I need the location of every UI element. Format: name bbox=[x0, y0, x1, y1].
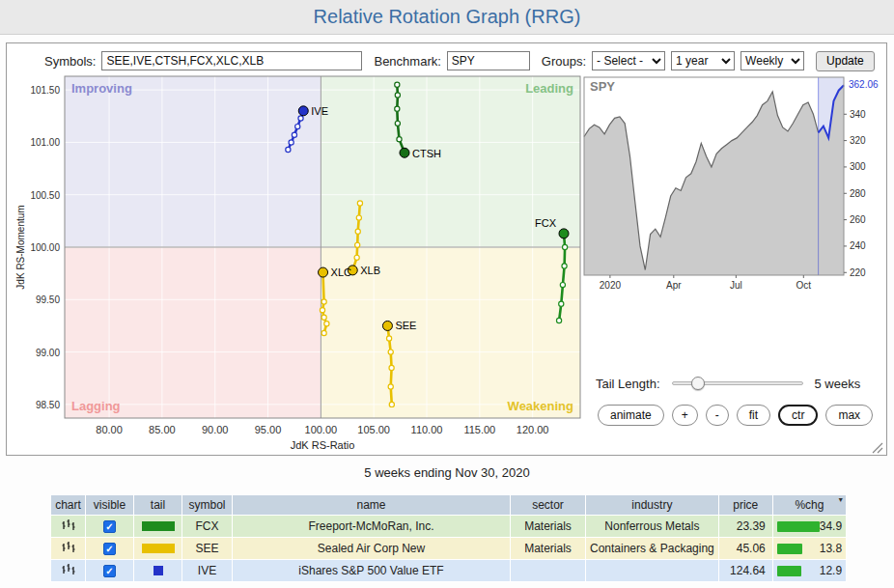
period-select[interactable]: 1 year bbox=[671, 51, 735, 70]
visible-checkbox[interactable]: ✓ bbox=[103, 543, 116, 555]
update-button[interactable]: Update bbox=[816, 51, 875, 71]
pctchg-cell: 13.8 bbox=[772, 538, 846, 560]
animate-button[interactable]: animate bbox=[598, 405, 664, 426]
tail-cell bbox=[134, 516, 182, 538]
sector-cell: Materials bbox=[511, 538, 586, 560]
column-header-price[interactable]: price bbox=[718, 495, 772, 516]
benchmark-chart: 2202402602803003203402020AprJulOctSPY362… bbox=[583, 72, 880, 296]
svg-text:100.50: 100.50 bbox=[30, 190, 60, 201]
benchmark-input[interactable] bbox=[447, 51, 530, 70]
toolbar: Symbols: Benchmark: Groups: - Select - 1… bbox=[7, 50, 886, 71]
svg-text:105.00: 105.00 bbox=[357, 424, 390, 435]
visible-checkbox[interactable]: ✓ bbox=[103, 565, 116, 577]
rrg-chart[interactable]: 80.0085.0090.0095.00100.00105.00110.0011… bbox=[14, 70, 586, 455]
industry-cell bbox=[586, 560, 719, 582]
ctr-button[interactable]: ctr bbox=[778, 405, 818, 426]
pctchg-value: 12.9 bbox=[820, 564, 842, 577]
column-header-name[interactable]: name bbox=[233, 495, 511, 516]
column-header-chart[interactable]: chart bbox=[51, 495, 86, 516]
svg-text:101.00: 101.00 bbox=[30, 137, 60, 148]
svg-text:101.50: 101.50 bbox=[30, 85, 60, 96]
name-cell: Freeport-McMoRan, Inc. bbox=[233, 516, 511, 538]
svg-text:95.00: 95.00 bbox=[255, 424, 282, 435]
resize-grip-icon bbox=[872, 442, 883, 454]
date-range-caption: 5 weeks ending Nov 30, 2020 bbox=[0, 465, 894, 480]
svg-text:JdK RS-Momentum: JdK RS-Momentum bbox=[15, 205, 26, 289]
zoom-out-button[interactable]: - bbox=[706, 405, 729, 426]
tail-color-swatch bbox=[142, 544, 175, 553]
svg-text:220: 220 bbox=[850, 267, 866, 278]
symbols-label: Symbols: bbox=[44, 54, 96, 69]
symbol-cell: FCX bbox=[182, 516, 233, 538]
symbol-cell: SEE bbox=[182, 538, 233, 560]
column-header-sector[interactable]: sector bbox=[511, 495, 586, 516]
visible-checkbox[interactable]: ✓ bbox=[103, 520, 116, 533]
pctchg-value: 34.9 bbox=[820, 519, 842, 533]
frequency-select[interactable]: Weekly bbox=[740, 51, 804, 70]
svg-text:240: 240 bbox=[850, 240, 866, 251]
industry-cell: Nonferrous Metals bbox=[586, 516, 719, 538]
svg-text:340: 340 bbox=[850, 109, 866, 120]
max-button[interactable]: max bbox=[825, 405, 873, 426]
tail-color-swatch bbox=[142, 521, 175, 531]
visible-cell: ✓ bbox=[86, 516, 134, 538]
chart-icon-cell[interactable] bbox=[51, 538, 86, 560]
column-header-pctchg[interactable]: %chg▼ bbox=[772, 495, 846, 516]
tail-length-label: Tail Length: bbox=[596, 377, 660, 391]
tail-cell bbox=[134, 538, 182, 560]
svg-text:90.00: 90.00 bbox=[202, 424, 229, 435]
svg-text:120.00: 120.00 bbox=[517, 424, 549, 435]
tail-length-slider[interactable] bbox=[672, 376, 803, 391]
mini-price-chart-icon bbox=[61, 563, 76, 575]
groups-select[interactable]: - Select - bbox=[592, 51, 665, 70]
svg-text:Oct: Oct bbox=[796, 280, 812, 291]
svg-text:2020: 2020 bbox=[600, 280, 622, 291]
mini-price-chart-icon bbox=[61, 518, 76, 531]
svg-text:110.00: 110.00 bbox=[411, 424, 443, 435]
chart-icon-cell[interactable] bbox=[51, 560, 86, 582]
svg-text:XLC: XLC bbox=[331, 266, 351, 278]
slider-thumb[interactable] bbox=[691, 377, 705, 390]
column-header-visible[interactable]: visible bbox=[86, 495, 134, 516]
svg-text:98.50: 98.50 bbox=[36, 400, 60, 410]
svg-text:99.50: 99.50 bbox=[36, 294, 60, 305]
resize-handle[interactable] bbox=[872, 440, 883, 452]
price-cell: 124.64 bbox=[718, 560, 772, 582]
sort-descending-icon: ▼ bbox=[837, 496, 844, 503]
svg-text:115.00: 115.00 bbox=[463, 424, 495, 435]
svg-text:320: 320 bbox=[850, 135, 866, 146]
main-panel: Symbols: Benchmark: Groups: - Select - 1… bbox=[6, 42, 887, 456]
mini-price-chart-icon bbox=[61, 541, 76, 553]
visible-cell: ✓ bbox=[86, 538, 134, 560]
svg-text:XLB: XLB bbox=[360, 265, 380, 276]
table-row-IVE[interactable]: ✓IVEiShares S&P 500 Value ETF124.6412.9 bbox=[51, 560, 847, 582]
svg-text:IVE: IVE bbox=[311, 105, 328, 117]
zoom-in-button[interactable]: + bbox=[672, 405, 698, 426]
symbols-input[interactable] bbox=[101, 51, 362, 70]
column-header-tail[interactable]: tail bbox=[134, 495, 182, 516]
industry-cell: Containers & Packaging bbox=[586, 538, 719, 560]
pctchg-bar bbox=[777, 566, 801, 576]
svg-text:SEE: SEE bbox=[395, 320, 416, 331]
price-cell: 45.06 bbox=[718, 538, 772, 560]
svg-text:80.00: 80.00 bbox=[96, 424, 123, 435]
sector-cell bbox=[511, 560, 586, 582]
svg-text:260: 260 bbox=[850, 214, 866, 225]
svg-text:Apr: Apr bbox=[666, 280, 682, 291]
table-row-FCX[interactable]: ✓FCXFreeport-McMoRan, Inc.MaterialsNonfe… bbox=[51, 516, 847, 538]
svg-text:SPY: SPY bbox=[590, 79, 615, 94]
tail-length-value: 5 weeks bbox=[815, 377, 861, 391]
tail-color-swatch bbox=[154, 566, 163, 575]
svg-text:362.06: 362.06 bbox=[849, 79, 879, 90]
svg-text:JdK RS-Ratio: JdK RS-Ratio bbox=[291, 439, 355, 451]
price-cell: 23.39 bbox=[718, 516, 772, 538]
table-row-SEE[interactable]: ✓SEESealed Air Corp NewMaterialsContaine… bbox=[51, 538, 847, 560]
fit-button[interactable]: fit bbox=[737, 405, 770, 426]
tail-cell bbox=[134, 560, 182, 582]
column-header-industry[interactable]: industry bbox=[586, 495, 719, 516]
column-header-symbol[interactable]: symbol bbox=[182, 495, 233, 516]
sector-cell: Materials bbox=[511, 516, 586, 538]
chart-icon-cell[interactable] bbox=[51, 516, 86, 538]
visible-cell: ✓ bbox=[86, 560, 134, 582]
svg-text:FCX: FCX bbox=[535, 217, 557, 229]
